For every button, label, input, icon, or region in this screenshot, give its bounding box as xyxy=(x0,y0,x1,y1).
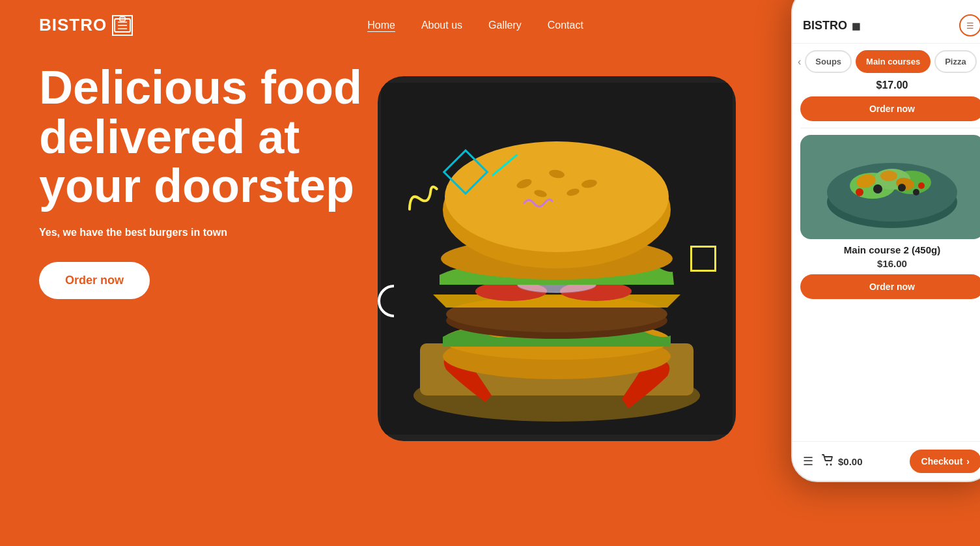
svg-point-34 xyxy=(898,184,906,192)
phone-mockup: BISTRO ▦ ☰ ‹ Soups Main courses Pizza › xyxy=(791,0,980,482)
checkout-arrow-icon: › xyxy=(966,456,970,467)
checkout-button[interactable]: Checkout › xyxy=(910,450,980,473)
menu-item-order-button[interactable]: Order now xyxy=(800,274,980,299)
nav-contact[interactable]: Contact xyxy=(548,20,583,31)
phone-bottom-bar: ☰ $0.00 Checkout › xyxy=(792,441,980,481)
nav-links: Home About us Gallery Contact xyxy=(367,20,583,31)
svg-point-39 xyxy=(830,463,832,465)
tab-main-courses[interactable]: Main courses xyxy=(856,50,931,73)
phone-logo-text: BISTRO ▦ xyxy=(803,19,860,32)
tab-soups[interactable]: Soups xyxy=(805,50,852,73)
phone-bottom-left: ☰ $0.00 xyxy=(803,453,863,470)
hero-order-button[interactable]: Order now xyxy=(39,262,150,299)
phone-navbar: BISTRO ▦ ☰ xyxy=(792,8,980,44)
nav-gallery[interactable]: Gallery xyxy=(488,20,522,31)
main-website: BISTRO Home About us Gallery xyxy=(0,0,980,546)
phone-notch xyxy=(853,0,931,5)
phone-content: BISTRO ▦ ☰ ‹ Soups Main courses Pizza › xyxy=(792,0,980,481)
cart-info: $0.00 xyxy=(821,453,863,470)
phone-menu-button[interactable]: ☰ xyxy=(959,14,980,36)
menu-item-image xyxy=(800,135,980,239)
partial-item-price: $17.00 xyxy=(800,79,980,91)
svg-point-35 xyxy=(913,189,919,195)
svg-point-32 xyxy=(880,171,897,181)
phone-logo: BISTRO ▦ xyxy=(803,19,860,33)
logo: BISTRO xyxy=(39,15,133,36)
logo-icon xyxy=(112,15,133,36)
cart-icon xyxy=(821,453,834,470)
svg-point-33 xyxy=(873,184,882,194)
nav-home[interactable]: Home xyxy=(367,20,395,31)
logo-text: BISTRO xyxy=(39,15,107,35)
menu-item-name: Main course 2 (450g) xyxy=(800,244,980,255)
menu-item-1: Main course 2 (450g) $16.00 Order now xyxy=(800,135,980,299)
deco-yellow-rectangle xyxy=(690,246,716,272)
tab-pizza[interactable]: Pizza xyxy=(934,50,977,73)
partial-menu-item: $17.00 Order now xyxy=(800,79,980,128)
cart-total: $0.00 xyxy=(838,456,863,467)
phone-menu-items: $17.00 Order now xyxy=(792,79,980,307)
phone-category-tabs: ‹ Soups Main courses Pizza › xyxy=(792,44,980,79)
menu-item-price: $16.00 xyxy=(800,258,980,269)
svg-point-38 xyxy=(826,463,828,465)
partial-order-button[interactable]: Order now xyxy=(800,96,980,121)
hero-title: Delicious food delivered at your doorste… xyxy=(39,63,365,211)
deco-squiggle-purple xyxy=(521,192,553,214)
hero-text: Delicious food delivered at your doorste… xyxy=(39,63,365,299)
bottom-menu-icon[interactable]: ☰ xyxy=(803,454,813,468)
nav-about[interactable]: About us xyxy=(421,20,462,31)
svg-point-36 xyxy=(856,188,863,196)
svg-point-37 xyxy=(918,182,925,189)
svg-point-18 xyxy=(445,141,669,252)
phone-logo-icon: ▦ xyxy=(852,21,860,31)
hamburger-menu-icon: ☰ xyxy=(966,21,974,31)
burger-image xyxy=(378,76,736,441)
hero-subtitle: Yes, we have the best burgers in town xyxy=(39,227,365,238)
tabs-prev-arrow[interactable]: ‹ xyxy=(798,56,801,68)
